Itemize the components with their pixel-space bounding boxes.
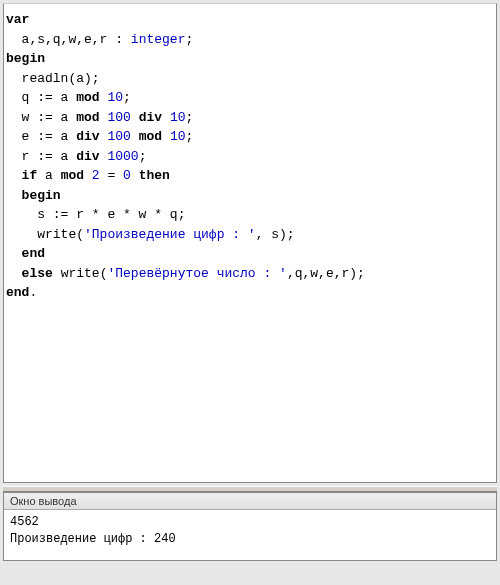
keyword-mod: mod: [139, 129, 162, 144]
code-text: [84, 168, 92, 183]
type-integer: integer: [131, 32, 186, 47]
keyword-end: end: [6, 285, 29, 300]
code-text: =: [100, 168, 123, 183]
string-literal: 'Произведение цифр : ': [84, 227, 256, 242]
code-text: readln(a);: [6, 71, 100, 86]
code-text: [162, 129, 170, 144]
number-literal: 10: [170, 110, 186, 125]
code-text: [6, 246, 22, 261]
code-text: ;: [185, 110, 193, 125]
code-editor[interactable]: var a,s,q,w,e,r : integer; begin readln(…: [3, 3, 497, 483]
output-panel-title: Окно вывода: [4, 493, 496, 510]
keyword-end: end: [22, 246, 45, 261]
keyword-mod: mod: [76, 90, 99, 105]
keyword-mod: mod: [61, 168, 84, 183]
code-text: .: [29, 285, 37, 300]
number-literal: 1000: [107, 149, 138, 164]
keyword-var: var: [6, 12, 29, 27]
code-text: ;: [123, 90, 131, 105]
number-literal: 10: [107, 90, 123, 105]
keyword-mod: mod: [76, 110, 99, 125]
code-text: [131, 110, 139, 125]
output-panel: Окно вывода 4562Произведение цифр : 240: [3, 492, 497, 561]
code-text: [162, 110, 170, 125]
code-text: ,q,w,e,r);: [287, 266, 365, 281]
keyword-else: else: [22, 266, 53, 281]
number-literal: 100: [107, 129, 130, 144]
code-text: [6, 266, 22, 281]
code-text: ;: [139, 149, 147, 164]
output-content[interactable]: 4562Произведение цифр : 240: [4, 510, 496, 560]
code-area[interactable]: var a,s,q,w,e,r : integer; begin readln(…: [4, 4, 496, 309]
code-text: a,s,q,w,e,r :: [6, 32, 131, 47]
keyword-div: div: [76, 129, 99, 144]
code-text: ;: [185, 129, 193, 144]
code-text: write(: [6, 227, 84, 242]
output-line: Произведение цифр : 240: [10, 531, 490, 548]
code-text: s := r * e * w * q;: [6, 207, 185, 222]
code-text: [131, 129, 139, 144]
code-text: w := a: [6, 110, 76, 125]
string-literal: 'Перевёрнутое число : ': [107, 266, 286, 281]
keyword-div: div: [139, 110, 162, 125]
code-text: e := a: [6, 129, 76, 144]
code-text: q := a: [6, 90, 76, 105]
code-text: r := a: [6, 149, 76, 164]
number-literal: 10: [170, 129, 186, 144]
code-text: ;: [185, 32, 193, 47]
code-text: [131, 168, 139, 183]
code-text: [6, 168, 22, 183]
code-text: write(: [53, 266, 108, 281]
keyword-if: if: [22, 168, 38, 183]
code-text: a: [37, 168, 60, 183]
number-literal: 100: [107, 110, 130, 125]
keyword-begin: begin: [6, 51, 45, 66]
code-text: , s);: [256, 227, 295, 242]
output-line: 4562: [10, 514, 490, 531]
number-literal: 2: [92, 168, 100, 183]
number-literal: 0: [123, 168, 131, 183]
keyword-begin: begin: [22, 188, 61, 203]
code-text: [6, 188, 22, 203]
keyword-then: then: [139, 168, 170, 183]
keyword-div: div: [76, 149, 99, 164]
